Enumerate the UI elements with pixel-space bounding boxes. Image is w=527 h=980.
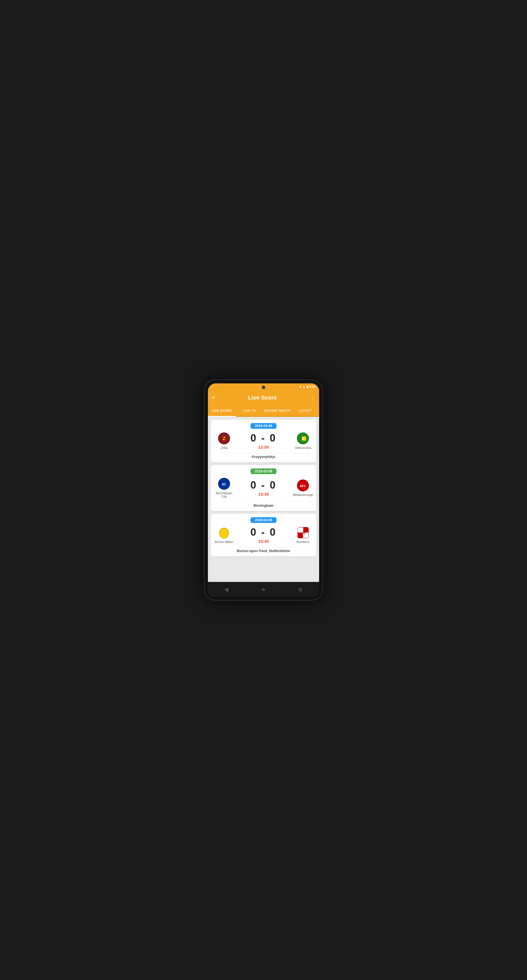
app-title: Live Score xyxy=(215,395,310,401)
home-team-1: Z Zirka xyxy=(214,432,234,449)
home-button[interactable]: ○ xyxy=(258,584,269,595)
menu-icon[interactable]: ≡ xyxy=(212,395,215,401)
svg-text:MFC: MFC xyxy=(300,485,306,488)
away-name-2: Middlesbrough xyxy=(293,493,313,496)
match-teams-2: BC Birmingham City 0 - 0 19:45 xyxy=(214,476,313,500)
tab-recent-match[interactable]: RECENT MATCH xyxy=(263,405,291,416)
score-1: 0 - 0 xyxy=(250,432,277,444)
score-area-2: 0 - 0 19:45 xyxy=(234,479,293,496)
match-date-badge-3: 2018-03-06 xyxy=(214,517,313,523)
date-badge-3: 2018-03-06 xyxy=(250,517,277,523)
match-date-badge-2: 2018-03-06 xyxy=(214,468,313,474)
back-button[interactable]: ◁ xyxy=(221,584,231,595)
match-list: 2018-03-06 Z Zirka 0 - 0 xyxy=(208,417,319,582)
venue-3: Burton-upon-Trent, Staffordshire xyxy=(214,547,313,553)
time-1: 12:00 xyxy=(258,445,269,449)
match-card-1[interactable]: 2018-03-06 Z Zirka 0 - 0 xyxy=(211,420,316,462)
away-name-3: Brentford xyxy=(296,540,309,544)
svg-text:Z: Z xyxy=(223,436,226,441)
home-team-3: Burton Albion xyxy=(214,526,234,544)
home-team-2: BC Birmingham City xyxy=(214,477,234,498)
phone-screen: ▾ ▲ ▮ 8:27 ≡ Live Score ⋮ LIVE SCORE LIV… xyxy=(208,383,319,597)
score-2: 0 - 0 xyxy=(250,479,277,491)
home-name-2: Birmingham City xyxy=(214,492,234,498)
app-bar: ≡ Live Score ⋮ xyxy=(208,390,319,405)
status-icons: ▾ ▲ ▮ 8:27 xyxy=(299,385,316,389)
date-badge-2: 2018-03-06 xyxy=(250,468,277,474)
more-options-icon[interactable]: ⋮ xyxy=(310,395,315,401)
away-logo-2: MFC xyxy=(297,479,309,492)
match-teams-3: Burton Albion 0 - 0 19:45 BFC xyxy=(214,525,313,545)
away-logo-1: O xyxy=(297,432,309,445)
camera xyxy=(262,386,265,389)
away-team-3: BFC Brentford xyxy=(293,526,313,544)
away-team-2: MFC Middlesbrough xyxy=(293,479,313,496)
score-3: 0 - 0 xyxy=(250,526,277,538)
tab-bar: LIVE SCORE LIVE TV RECENT MATCH LATEST xyxy=(208,405,319,417)
time-2: 19:45 xyxy=(258,492,269,496)
away-name-1: Oleksandria xyxy=(295,446,311,449)
tab-latest[interactable]: LATEST xyxy=(291,405,319,416)
home-logo-2: BC xyxy=(218,477,231,490)
venue-2: Birmingham xyxy=(214,502,313,508)
away-logo-3: BFC xyxy=(297,526,309,539)
signal-icon: ▲ xyxy=(303,385,306,388)
match-teams-1: Z Zirka 0 - 0 12:00 xyxy=(214,431,313,450)
match-card-3[interactable]: 2018-03-06 Burton Albion xyxy=(211,514,316,556)
tab-live-tv[interactable]: LIVE TV xyxy=(236,405,263,416)
home-logo-1: Z xyxy=(218,432,231,445)
time-display: 8:27 xyxy=(309,385,316,388)
phone-frame: ▾ ▲ ▮ 8:27 ≡ Live Score ⋮ LIVE SCORE LIV… xyxy=(204,379,323,601)
tab-live-score[interactable]: LIVE SCORE xyxy=(208,405,236,416)
venue-1: Kropyvnytskyi xyxy=(214,453,313,459)
home-name-1: Zirka xyxy=(221,446,228,449)
battery-icon: ▮ xyxy=(307,385,308,389)
match-card-2[interactable]: 2018-03-06 BC Birmingham City 0 - 0 xyxy=(211,465,316,511)
wifi-icon: ▾ xyxy=(299,385,301,389)
home-logo-3 xyxy=(218,526,231,539)
match-date-badge-1: 2018-03-06 xyxy=(214,423,313,429)
svg-text:O: O xyxy=(302,438,304,441)
date-badge-1: 2018-03-06 xyxy=(250,423,277,429)
away-team-1: O Oleksandria xyxy=(293,432,313,449)
bottom-nav: ◁ ○ □ xyxy=(208,582,319,597)
score-area-1: 0 - 0 12:00 xyxy=(234,432,293,449)
home-name-3: Burton Albion xyxy=(215,540,233,544)
svg-text:BC: BC xyxy=(222,483,226,486)
svg-text:BFC: BFC xyxy=(300,532,306,535)
time-3: 19:45 xyxy=(258,539,269,544)
score-area-3: 0 - 0 19:45 xyxy=(234,526,293,544)
recents-button[interactable]: □ xyxy=(296,584,306,595)
